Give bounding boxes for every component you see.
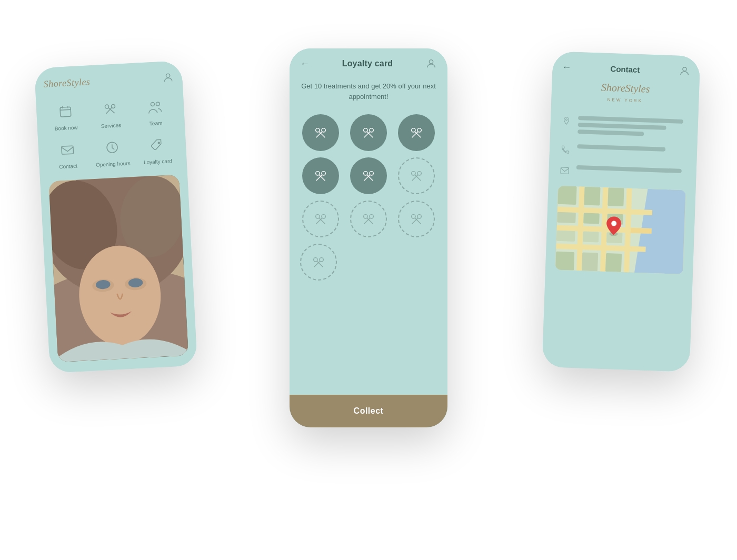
svg-point-52 bbox=[370, 215, 373, 218]
nav-label-contact: Contact bbox=[59, 163, 77, 171]
phone-icon bbox=[561, 145, 571, 155]
address-line-1 bbox=[578, 116, 683, 124]
svg-rect-80 bbox=[557, 186, 576, 205]
nav-label-loyalty: Loyalty card bbox=[144, 157, 173, 166]
right-back-button[interactable]: ← bbox=[562, 61, 572, 73]
svg-line-25 bbox=[320, 132, 325, 137]
stamp-7 bbox=[302, 201, 339, 237]
nav-label-team: Team bbox=[150, 119, 163, 127]
center-header: ← Loyalty card bbox=[290, 48, 447, 76]
svg-point-24 bbox=[322, 128, 325, 132]
nav-item-services[interactable]: Services bbox=[89, 98, 132, 130]
svg-line-62 bbox=[314, 261, 320, 267]
svg-point-44 bbox=[417, 172, 421, 175]
svg-line-54 bbox=[364, 218, 370, 224]
svg-point-47 bbox=[316, 215, 320, 218]
svg-line-42 bbox=[364, 175, 370, 181]
phone-center: ← Loyalty card Get 10 treatments and get… bbox=[290, 48, 447, 427]
svg-point-64 bbox=[565, 119, 567, 121]
svg-rect-85 bbox=[605, 253, 622, 272]
location-icon bbox=[562, 116, 572, 126]
svg-rect-8 bbox=[62, 146, 74, 154]
svg-point-0 bbox=[166, 74, 170, 78]
stamp-10 bbox=[300, 244, 337, 281]
scissors-stamp-6-empty bbox=[409, 168, 424, 183]
scissors-stamp-4 bbox=[313, 168, 328, 183]
svg-rect-75 bbox=[607, 187, 624, 206]
svg-point-32 bbox=[417, 128, 421, 132]
svg-point-31 bbox=[411, 128, 415, 132]
stamp-6 bbox=[398, 157, 435, 194]
svg-point-51 bbox=[364, 215, 367, 218]
scissors-stamp-3 bbox=[409, 125, 424, 140]
svg-line-37 bbox=[320, 175, 325, 181]
scissors-icon-left bbox=[103, 102, 118, 117]
collect-button[interactable]: Collect bbox=[290, 395, 447, 427]
right-logo-wrap: ShoreStyles NEW YORK bbox=[551, 79, 699, 106]
right-logo-sub: NEW YORK bbox=[607, 97, 643, 103]
stamp-5 bbox=[350, 157, 387, 194]
svg-point-22 bbox=[429, 60, 433, 64]
nav-item-team[interactable]: Team bbox=[134, 96, 176, 128]
stamp-3 bbox=[398, 114, 435, 151]
address-line-3 bbox=[577, 129, 644, 136]
nav-item-contact[interactable]: Contact bbox=[46, 139, 88, 171]
svg-point-23 bbox=[316, 128, 320, 132]
svg-point-63 bbox=[683, 67, 687, 72]
contact-row-address bbox=[550, 109, 699, 143]
left-user-icon bbox=[162, 72, 174, 84]
svg-point-6 bbox=[151, 102, 155, 106]
svg-line-58 bbox=[412, 218, 417, 224]
nav-item-loyalty[interactable]: Loyalty card bbox=[136, 134, 178, 166]
hero-portrait bbox=[48, 175, 188, 363]
map-container[interactable] bbox=[555, 186, 686, 274]
svg-line-26 bbox=[316, 132, 322, 137]
svg-rect-1 bbox=[60, 107, 71, 117]
svg-point-35 bbox=[316, 172, 320, 175]
svg-point-39 bbox=[364, 172, 367, 175]
contact-row-email bbox=[549, 159, 696, 185]
stamp-2 bbox=[350, 114, 387, 151]
email-icon bbox=[560, 166, 570, 176]
stamp-9 bbox=[398, 201, 435, 237]
email-lines bbox=[576, 165, 687, 173]
portrait-svg bbox=[48, 175, 188, 363]
svg-rect-82 bbox=[556, 231, 575, 242]
center-content: Get 10 treatments and get 20% off your n… bbox=[290, 76, 447, 395]
svg-line-46 bbox=[412, 175, 417, 181]
email-line-1 bbox=[576, 165, 682, 173]
nav-item-book[interactable]: Book now bbox=[44, 101, 86, 133]
svg-line-34 bbox=[412, 132, 417, 137]
address-lines bbox=[577, 116, 689, 137]
stamp-8 bbox=[350, 201, 387, 237]
center-back-button[interactable]: ← bbox=[300, 58, 310, 69]
svg-rect-84 bbox=[582, 252, 598, 271]
svg-line-50 bbox=[316, 218, 322, 224]
svg-rect-65 bbox=[561, 167, 569, 174]
tag-icon bbox=[150, 137, 165, 153]
svg-point-7 bbox=[156, 102, 160, 106]
svg-line-38 bbox=[316, 175, 322, 181]
stamp-4 bbox=[302, 157, 339, 194]
svg-rect-74 bbox=[584, 187, 600, 206]
svg-point-48 bbox=[322, 215, 325, 218]
svg-line-61 bbox=[317, 261, 323, 267]
svg-point-27 bbox=[364, 128, 367, 132]
scene: ShoreStyles Book now bbox=[26, 22, 711, 538]
map-svg bbox=[555, 186, 686, 274]
left-logo: ShoreStyles bbox=[43, 76, 91, 90]
svg-point-59 bbox=[314, 258, 317, 262]
nav-label-book: Book now bbox=[54, 124, 78, 132]
svg-rect-83 bbox=[555, 252, 574, 271]
svg-line-41 bbox=[367, 175, 373, 181]
team-icon bbox=[146, 99, 164, 115]
svg-line-30 bbox=[364, 132, 370, 137]
nav-item-hours[interactable]: Opening hours bbox=[91, 136, 133, 168]
svg-line-49 bbox=[320, 218, 325, 224]
svg-rect-86 bbox=[631, 228, 652, 234]
svg-point-10 bbox=[158, 142, 160, 144]
svg-rect-78 bbox=[583, 231, 599, 242]
svg-point-40 bbox=[370, 172, 373, 175]
phone-right: ← Contact ShoreStyles NEW YORK bbox=[542, 51, 701, 372]
stamps-grid bbox=[300, 114, 437, 237]
